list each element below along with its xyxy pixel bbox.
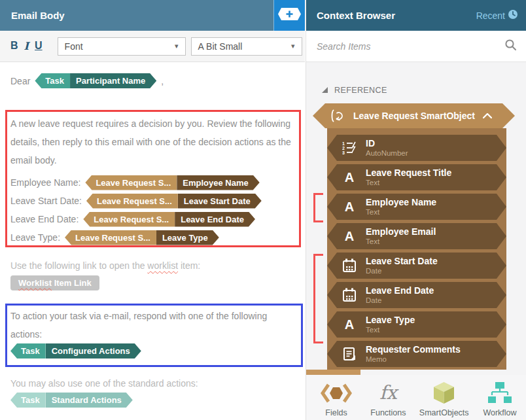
intro-paragraph: A new leave request requires a decision … (10, 114, 305, 169)
text-icon: A (341, 230, 358, 243)
greeting-suffix: , (161, 76, 164, 86)
bold-button[interactable]: B (10, 40, 18, 52)
token-employee-name[interactable]: Leave Request S... Employee Name (85, 175, 259, 190)
text-icon: A (341, 318, 358, 331)
action-sentence: To action your task via e-mail, respond … (10, 307, 298, 343)
detail-row-leave-end-date: Leave End Date: Leave Request S... Leave… (10, 211, 255, 227)
svg-text:3: 3 (342, 150, 345, 155)
field-item-requester-comments[interactable]: Requester CommentsMemo (327, 341, 506, 367)
field-item-employee-name[interactable]: A Employee NameText (327, 194, 506, 220)
reference-section-label: REFERENCE (334, 86, 387, 95)
context-browser-tabs: Fields fx Functions SmartObjects Workflo… (306, 375, 526, 420)
chevron-down-icon: ▾ (291, 42, 295, 50)
detail-label: Leave Type: (10, 232, 60, 243)
format-toolbar: B I U Font ▾ A Bit Small ▾ (0, 31, 305, 62)
italic-button[interactable]: I (24, 40, 29, 52)
reference-tree: REFERENCE Leave Request SmartObject (306, 62, 526, 375)
functions-icon: fx (379, 381, 397, 405)
memo-icon (341, 347, 358, 361)
chevron-down-icon: ▾ (175, 42, 179, 50)
tab-workflow[interactable]: Workflow (479, 381, 521, 420)
calendar-icon (341, 258, 358, 273)
plus-chip-icon (278, 8, 301, 23)
context-browser-panel: Context Browser Recent REFERENCE (306, 0, 526, 420)
underline-button[interactable]: U (35, 40, 43, 52)
detail-row-leave-type: Leave Type: Leave Request S... Leave Typ… (10, 230, 219, 245)
chevron-up-icon (483, 113, 492, 118)
workflow-icon (488, 381, 512, 405)
detail-label: Leave End Date: (10, 214, 79, 224)
worklist-sentence: Use the following link to open the workl… (10, 260, 200, 271)
standard-chip-row: Task Standard Actions (10, 393, 133, 408)
font-dropdown-value: Font (65, 41, 83, 52)
reference-section-header[interactable]: REFERENCE (322, 86, 387, 95)
font-size-dropdown-value: A Bit Small (198, 41, 243, 52)
detail-row-employee-name: Employee Name: Leave Request S... Employ… (10, 175, 260, 190)
token-worklist-item-link[interactable]: Worklist Item Link (10, 275, 99, 290)
misspelled-word: worklist (147, 260, 178, 271)
email-body-panel: Email Body B I U Font ▾ A Bit Small ▾ (0, 0, 305, 420)
smartobject-field-list: 123 IDAutoNumber A Leave Request TitleTe… (327, 128, 506, 370)
email-body-header: Email Body (0, 0, 305, 31)
field-item-employee-email[interactable]: A Employee EmailText (327, 223, 506, 249)
field-item-leave-request-title[interactable]: A Leave Request TitleText (327, 164, 506, 190)
text-icon: A (341, 200, 358, 213)
clock-icon (508, 9, 518, 22)
token-leave-type[interactable]: Leave Request S... Leave Type (65, 230, 219, 245)
email-body-editor[interactable]: Dear Task Participant Name , A new leave… (0, 62, 305, 420)
search-icon[interactable] (504, 39, 517, 54)
autonumber-icon: 123 (341, 141, 358, 155)
token-leave-start-date[interactable]: Leave Request S... Leave Start Date (86, 194, 262, 209)
context-browser-header: Context Browser Recent (306, 0, 526, 31)
svg-text:1: 1 (342, 141, 345, 146)
tab-fields[interactable]: Fields (315, 381, 357, 420)
recent-link[interactable]: Recent (476, 9, 518, 22)
field-item-leave-end-date[interactable]: Leave End DateDate (327, 282, 506, 308)
standard-sentence: You may also use one of the standard act… (10, 378, 198, 389)
field-item-id[interactable]: 123 IDAutoNumber (327, 135, 506, 161)
smartobject-name: Leave Request SmartObject (353, 111, 475, 121)
search-bar (306, 31, 526, 62)
fields-icon (321, 381, 352, 405)
email-body-title: Email Body (0, 10, 65, 21)
token-configured-actions[interactable]: Task Configured Actions (10, 343, 141, 359)
detail-row-leave-start-date: Leave Start Date: Leave Request S... Lea… (10, 193, 262, 209)
token-task-participant-name[interactable]: Task Participant Name (35, 73, 156, 88)
detail-label: Employee Name: (10, 177, 80, 188)
font-dropdown[interactable]: Font ▾ (58, 37, 186, 56)
worklist-chip-row: Worklist Item Link (10, 275, 99, 290)
text-icon: A (341, 171, 358, 184)
font-size-dropdown[interactable]: A Bit Small ▾ (191, 37, 302, 56)
svg-text:A: A (345, 230, 354, 243)
detail-label: Leave Start Date: (10, 196, 82, 206)
add-token-button[interactable] (273, 0, 305, 31)
svg-text:2: 2 (342, 146, 345, 150)
token-standard-actions[interactable]: Task Standard Actions (10, 393, 133, 408)
app-window: Email Body B I U Font ▾ A Bit Small ▾ (0, 0, 526, 420)
search-input[interactable] (317, 41, 504, 52)
context-browser-title: Context Browser (317, 10, 395, 21)
smartobject-reference-icon (330, 109, 345, 122)
svg-text:A: A (345, 200, 354, 213)
tab-smartobjects[interactable]: SmartObjects (419, 381, 469, 420)
svg-text:A: A (345, 318, 354, 331)
token-leave-end-date[interactable]: Leave Request S... Leave End Date (83, 212, 255, 227)
horizontal-scrollbar-thumb[interactable] (306, 370, 360, 375)
smartobjects-icon (432, 381, 456, 405)
field-item-leave-type[interactable]: A Leave TypeText (327, 311, 506, 338)
greeting-line: Dear Task Participant Name , (10, 73, 164, 88)
calendar-icon (341, 288, 358, 302)
tab-functions[interactable]: fx Functions (367, 381, 409, 420)
svg-text:A: A (345, 171, 354, 184)
smartobject-header-chip[interactable]: Leave Request SmartObject (313, 103, 515, 128)
greeting-prefix: Dear (10, 76, 30, 86)
collapse-triangle-icon (322, 86, 328, 95)
action-chip-row: Task Configured Actions (10, 343, 141, 359)
field-item-leave-start-date[interactable]: Leave Start DateDate (327, 253, 506, 279)
